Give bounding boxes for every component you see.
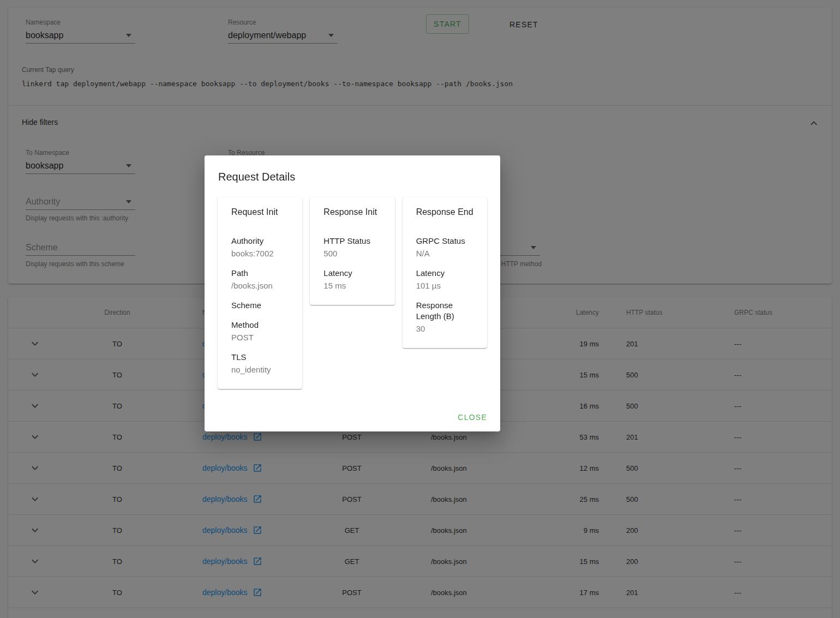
card-title: Response End <box>416 207 473 218</box>
request-event-card: Response InitHTTP Status500Latency15 ms <box>310 197 394 305</box>
detail-field-value: 30 <box>416 323 473 334</box>
request-details-modal: Request Details Request InitAuthorityboo… <box>205 155 500 431</box>
detail-field: Latency101 µs <box>416 268 473 291</box>
detail-field-label: Latency <box>416 268 473 279</box>
detail-field: TLSno_identity <box>231 352 289 375</box>
request-event-card: Response EndGRPC StatusN/ALatency101 µsR… <box>403 197 487 348</box>
detail-field: GRPC StatusN/A <box>416 236 473 259</box>
modal-actions: CLOSE <box>453 409 491 426</box>
detail-field: Scheme <box>231 300 289 311</box>
detail-field-label: Scheme <box>231 300 289 311</box>
detail-field: Authoritybooks:7002 <box>231 236 289 259</box>
request-event-cards: Request InitAuthoritybooks:7002Path/book… <box>218 197 487 389</box>
detail-field-value: no_identity <box>231 364 289 375</box>
request-event-card: Request InitAuthoritybooks:7002Path/book… <box>218 197 302 389</box>
detail-field-label: Path <box>231 268 289 279</box>
detail-field-value: N/A <box>416 248 473 259</box>
detail-field: Latency15 ms <box>323 268 381 291</box>
detail-field-value: /books.json <box>231 280 289 291</box>
detail-field-label: HTTP Status <box>323 236 381 247</box>
modal-title: Request Details <box>218 171 487 183</box>
detail-field-value: 500 <box>323 248 381 259</box>
detail-field-label: TLS <box>231 352 289 363</box>
card-title: Response Init <box>323 207 381 218</box>
detail-field: MethodPOST <box>231 320 289 343</box>
detail-field: Response Length (B)30 <box>416 300 473 334</box>
detail-field: Path/books.json <box>231 268 289 291</box>
detail-field-label: Authority <box>231 236 289 247</box>
detail-field-value: POST <box>231 332 289 343</box>
detail-field-value: books:7002 <box>231 248 289 259</box>
detail-field: HTTP Status500 <box>323 236 381 259</box>
detail-field-value: 101 µs <box>416 280 473 291</box>
detail-field-value: 15 ms <box>323 280 381 291</box>
card-title: Request Init <box>231 207 289 218</box>
detail-field-label: Response Length (B) <box>416 300 473 322</box>
close-button[interactable]: CLOSE <box>453 409 491 426</box>
detail-field-label: Method <box>231 320 289 331</box>
detail-field-label: Latency <box>323 268 381 279</box>
detail-field-label: GRPC Status <box>416 236 473 247</box>
